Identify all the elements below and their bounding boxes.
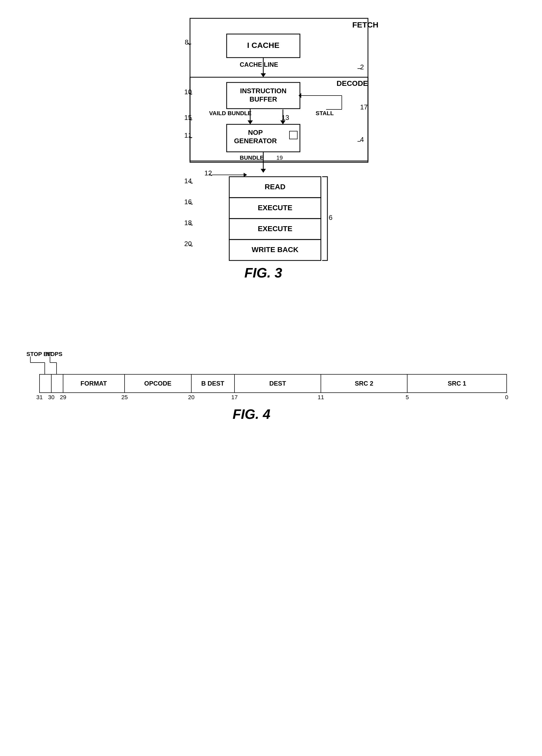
icache-label: I CACHE	[247, 41, 279, 49]
svg-rect-35	[40, 374, 51, 393]
bit-25: 25	[121, 394, 127, 401]
svg-text:B DEST: B DEST	[201, 380, 224, 387]
fig3-title: FIG. 3	[244, 265, 282, 280]
bit-17: 17	[231, 394, 237, 401]
ref-12: 12	[204, 169, 212, 177]
ref-14: 14	[184, 177, 192, 185]
bit-20: 20	[188, 394, 194, 401]
execute1-label: EXECUTE	[258, 204, 292, 212]
bit-11: 11	[317, 394, 324, 401]
fetch-label: FETCH	[352, 20, 378, 29]
ref-6: 6	[329, 214, 332, 221]
writeback-label: WRITE BACK	[252, 246, 298, 254]
svg-marker-14	[248, 120, 253, 124]
svg-marker-5	[261, 73, 266, 77]
fig4-title: FIG. 4	[232, 407, 270, 422]
bit-30: 30	[48, 394, 54, 401]
svg-text:DEST: DEST	[269, 380, 286, 387]
ref-8: 8	[185, 38, 188, 46]
svg-marker-22	[261, 169, 266, 173]
page: FETCH 8 I CACHE CACHE LINE 2 DECODE 10	[0, 0, 542, 756]
ref-17: 17	[360, 103, 368, 111]
nop-gen-label: NOP	[248, 129, 262, 136]
svg-text:FORMAT: FORMAT	[80, 380, 107, 387]
cache-line-label: CACHE LINE	[240, 61, 278, 68]
ref-2: 2	[360, 63, 364, 71]
ref-4: 4	[360, 136, 364, 143]
svg-marker-16	[280, 120, 286, 124]
fig3-diagram: FETCH 8 I CACHE CACHE LINE 2 DECODE 10	[153, 13, 389, 301]
stall-label: STALL	[316, 110, 334, 116]
bit-0: 0	[505, 394, 508, 401]
vaild-bundle-label: VAILD BUNDLE	[209, 110, 252, 116]
instruction-buffer-label: INSTRUCTION	[240, 87, 287, 95]
ref-10: 10	[184, 88, 192, 96]
svg-text:OPCODE: OPCODE	[144, 380, 171, 387]
ref-19: 19	[276, 154, 283, 161]
svg-text:SRC 1: SRC 1	[448, 380, 466, 387]
svg-rect-36	[51, 374, 63, 393]
execute2-label: EXECUTE	[258, 225, 292, 233]
decode-label: DECODE	[337, 79, 368, 87]
ref-20: 20	[184, 240, 192, 248]
fig4-diagram: STOP BIT NOPS FORMAT OPCODE	[16, 348, 526, 432]
read-label: READ	[265, 183, 285, 191]
bit-31: 31	[36, 394, 42, 401]
bit-29: 29	[60, 394, 66, 401]
svg-text:SRC 2: SRC 2	[355, 380, 373, 387]
ref-15: 15	[184, 114, 192, 121]
svg-text:GENERATOR: GENERATOR	[234, 137, 277, 145]
svg-rect-19	[289, 131, 297, 139]
ref-11: 11	[184, 131, 192, 139]
svg-text:BUFFER: BUFFER	[249, 95, 277, 103]
ref-18: 18	[184, 219, 192, 227]
nops-label: NOPS	[46, 351, 62, 357]
ref-16: 16	[184, 198, 192, 206]
bit-5: 5	[405, 394, 409, 401]
bundle-label: BUNDLE	[240, 154, 264, 161]
